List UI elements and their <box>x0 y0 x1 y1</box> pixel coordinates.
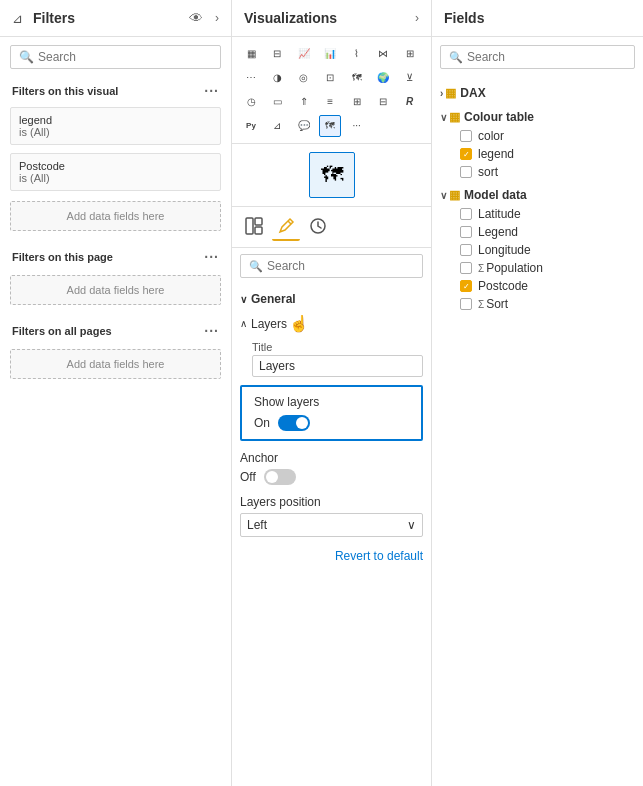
filters-on-visual-more-icon[interactable]: ··· <box>204 83 219 99</box>
model-latitude-item[interactable]: Latitude <box>440 205 635 223</box>
viz-icon-pie[interactable]: ◑ <box>266 67 288 89</box>
latitude-checkbox[interactable] <box>460 208 472 220</box>
filters-search-input[interactable] <box>38 50 212 64</box>
viz-icon-matrix[interactable]: ⊟ <box>372 91 394 113</box>
filters-on-page-more-icon[interactable]: ··· <box>204 249 219 265</box>
viz-icon-clustered-bar[interactable]: ⊟ <box>266 43 288 65</box>
cursor-pointer-icon: ☝ <box>289 314 309 333</box>
show-layers-box: Show layers On <box>240 385 423 441</box>
fields-header: Fields <box>432 0 643 37</box>
population-checkbox[interactable] <box>460 262 472 274</box>
viz-icon-r-visual[interactable]: R <box>399 91 421 113</box>
layers-section-header[interactable]: ∧ Layers ☝ <box>240 310 423 337</box>
viz-icon-qa[interactable]: 💬 <box>293 115 315 137</box>
filters-all-pages-more-icon[interactable]: ··· <box>204 323 219 339</box>
viz-expand-icon[interactable]: › <box>415 11 419 25</box>
dax-table-icon: ▦ <box>445 86 456 100</box>
colour-table-color-item[interactable]: color <box>440 127 635 145</box>
viz-icon-card[interactable]: ▭ <box>266 91 288 113</box>
colour-table-group-header[interactable]: ∨ ▦ Colour table <box>440 107 635 127</box>
viz-icon-line[interactable]: 📈 <box>293 43 315 65</box>
add-data-fields-page[interactable]: Add data fields here <box>10 275 221 305</box>
postcode-checkbox[interactable] <box>460 280 472 292</box>
viz-icon-more-visuals[interactable]: ··· <box>346 115 368 137</box>
filter-funnel-icon: ⊿ <box>12 11 23 26</box>
layers-position-dropdown[interactable]: Left ∨ <box>240 513 423 537</box>
model-legend-item[interactable]: Legend <box>440 223 635 241</box>
model-data-group-header[interactable]: ∨ ▦ Model data <box>440 185 635 205</box>
model-legend-checkbox[interactable] <box>460 226 472 238</box>
layers-chevron-icon: ∧ <box>240 318 247 329</box>
show-layers-label: Show layers <box>254 395 409 409</box>
longitude-checkbox[interactable] <box>460 244 472 256</box>
model-population-item[interactable]: Σ Population <box>440 259 635 277</box>
layers-title-input[interactable] <box>252 355 423 377</box>
viz-search-icon: 🔍 <box>249 260 263 273</box>
viz-analytics-tab[interactable] <box>304 213 332 241</box>
model-postcode-item[interactable]: Postcode <box>440 277 635 295</box>
dax-group-label: DAX <box>460 86 485 100</box>
add-data-fields-visual[interactable]: Add data fields here <box>10 201 221 231</box>
show-layers-toggle-label: On <box>254 416 270 430</box>
revert-to-default-link[interactable]: Revert to default <box>240 541 423 567</box>
colour-sort-checkbox[interactable] <box>460 166 472 178</box>
viz-icons-grid: ▦ ⊟ 📈 📊 ⌇ ⋈ ⊞ ⋯ ◑ ◎ ⊡ 🗺 🌍 ⊻ ◷ ▭ ⇑ ≡ ⊞ ⊟ … <box>232 37 431 144</box>
general-section-header[interactable]: ∨ General <box>240 288 423 310</box>
add-data-fields-all-pages[interactable]: Add data fields here <box>10 349 221 379</box>
viz-icon-gauge[interactable]: ◷ <box>240 91 262 113</box>
viz-selected-frame: 🗺 <box>309 152 355 198</box>
anchor-toggle-label: Off <box>240 470 256 484</box>
viz-sub-tabs <box>232 207 431 248</box>
layers-position-value: Left <box>247 518 267 532</box>
viz-icon-table[interactable]: ⊞ <box>346 91 368 113</box>
viz-icon-py[interactable]: Py <box>240 115 262 137</box>
dax-chevron-icon: › <box>440 88 443 99</box>
legend-filter-card: legend is (All) <box>10 107 221 145</box>
viz-icon-ribbon[interactable]: ⋈ <box>372 43 394 65</box>
eye-icon[interactable]: 👁 <box>189 10 203 26</box>
general-chevron-icon: ∨ <box>240 294 247 305</box>
filters-search-box[interactable]: 🔍 <box>10 45 221 69</box>
viz-search-input[interactable] <box>267 259 417 273</box>
show-layers-toggle[interactable] <box>278 415 310 431</box>
model-sort-checkbox[interactable] <box>460 298 472 310</box>
postcode-filter-card: Postcode is (All) <box>10 153 221 191</box>
filters-expand-icon[interactable]: › <box>215 11 219 25</box>
model-sort-item[interactable]: Σ Sort <box>440 295 635 313</box>
colour-table-label: Colour table <box>464 110 534 124</box>
viz-icon-treemap[interactable]: ⊡ <box>319 67 341 89</box>
viz-selected-icon-area: 🗺 <box>232 144 431 207</box>
viz-icon-bar-chart[interactable]: 📊 <box>319 43 341 65</box>
fields-panel: Fields 🔍 › ▦ DAX ∨ ▦ Colour table color <box>432 0 643 786</box>
viz-fields-tab[interactable] <box>240 213 268 241</box>
anchor-toggle[interactable] <box>264 469 296 485</box>
dax-group-header[interactable]: › ▦ DAX <box>440 83 635 103</box>
viz-icon-slicer[interactable]: ≡ <box>319 91 341 113</box>
model-data-icon: ▦ <box>449 188 460 202</box>
fields-search-input[interactable] <box>467 50 626 64</box>
colour-table-legend-item[interactable]: legend <box>440 145 635 163</box>
viz-icon-map[interactable]: 🗺 <box>346 67 368 89</box>
viz-icon-decomp[interactable]: ⊿ <box>266 115 288 137</box>
model-data-label: Model data <box>464 188 527 202</box>
fields-search-box[interactable]: 🔍 <box>440 45 635 69</box>
legend-checkbox[interactable] <box>460 148 472 160</box>
color-checkbox[interactable] <box>460 130 472 142</box>
viz-icon-funnel[interactable]: ⊻ <box>399 67 421 89</box>
viz-icon-custom-map[interactable]: 🗺 <box>319 115 341 137</box>
viz-icon-waterfall[interactable]: ⊞ <box>399 43 421 65</box>
svg-rect-2 <box>255 227 262 234</box>
viz-search-box[interactable]: 🔍 <box>240 254 423 278</box>
model-longitude-item[interactable]: Longitude <box>440 241 635 259</box>
viz-icon-kpi[interactable]: ⇑ <box>293 91 315 113</box>
colour-table-sort-item[interactable]: sort <box>440 163 635 181</box>
layers-title-row: Title <box>240 337 423 381</box>
viz-icon-filled-map[interactable]: 🌍 <box>372 67 394 89</box>
viz-icon-area[interactable]: ⌇ <box>346 43 368 65</box>
viz-icon-stacked-bar[interactable]: ▦ <box>240 43 262 65</box>
viz-icon-donut[interactable]: ◎ <box>293 67 315 89</box>
svg-rect-1 <box>255 218 262 225</box>
layers-position-label: Layers position <box>240 495 423 509</box>
viz-format-tab[interactable] <box>272 213 300 241</box>
viz-icon-scatter[interactable]: ⋯ <box>240 67 262 89</box>
